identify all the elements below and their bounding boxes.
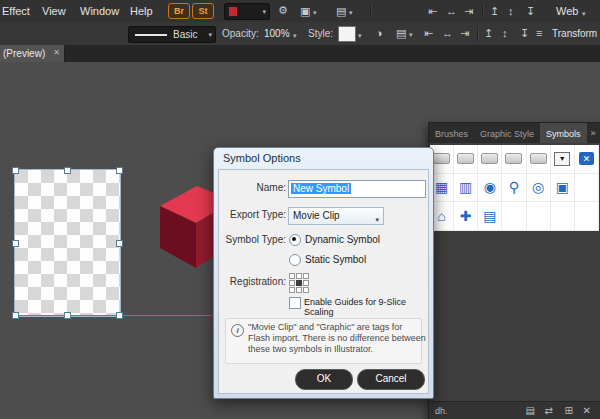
align-left-icon[interactable]: ⇤ xyxy=(424,27,433,39)
blank-button-icon xyxy=(457,153,474,164)
toolbar-divider xyxy=(370,3,372,18)
selection-handle[interactable] xyxy=(64,312,71,319)
new-symbol-icon[interactable]: ⊞ xyxy=(565,405,573,416)
workspace-switcher[interactable]: Web xyxy=(556,5,578,17)
web-button-blank-5[interactable] xyxy=(527,145,551,174)
close-icon[interactable]: ✕ xyxy=(53,48,60,57)
web-symbol-rss[interactable]: ◉ xyxy=(478,174,502,203)
color-wheel-icon[interactable]: ◑ xyxy=(376,27,383,39)
toolbar-divider xyxy=(482,3,484,18)
web-button-blank-3[interactable] xyxy=(478,145,502,174)
tab-symbols[interactable]: Symbols xyxy=(540,123,587,143)
menu-window[interactable]: Window xyxy=(80,5,119,17)
document-setup-icon[interactable]: ▣ xyxy=(300,5,310,17)
chevron-down-icon: ▾ xyxy=(313,7,317,19)
static-symbol-radio[interactable] xyxy=(289,254,301,266)
align-bottom-icon[interactable]: ↧ xyxy=(526,5,535,17)
arrange-documents-icon[interactable]: ▤ xyxy=(336,5,346,17)
add-favorite-icon: ✚ xyxy=(460,208,472,224)
search-icon: ⚲ xyxy=(509,179,519,195)
menu-bar: Effect View Window Help Br St ▾ ⚙ ▣ ▾ ▤ … xyxy=(0,0,600,23)
close-button-icon: ✕ xyxy=(579,152,594,165)
web-symbol-search[interactable]: ⚲ xyxy=(502,174,526,203)
web-button-dropdown[interactable]: ▼ xyxy=(551,145,575,174)
bridge-button[interactable]: Br xyxy=(168,3,190,19)
align-top-icon[interactable]: ↥ xyxy=(484,27,493,39)
align-right-icon[interactable]: ⇥ xyxy=(460,27,469,39)
menu-help[interactable]: Help xyxy=(130,5,153,17)
gear-icon[interactable]: ⚙ xyxy=(278,4,288,16)
selection-handle[interactable] xyxy=(12,312,19,319)
ok-button[interactable]: OK xyxy=(295,369,353,390)
panel-bottom-bar: dh. ▤ ⇄ ⊞ ✕ xyxy=(429,401,600,419)
export-type-dropdown[interactable]: Movie Clip ▾ xyxy=(288,207,384,225)
web-symbol-favorites[interactable]: ✚ xyxy=(454,202,478,231)
selection-handle[interactable] xyxy=(12,167,19,174)
chevron-down-icon: ▾ xyxy=(358,30,362,42)
dynamic-symbol-radio[interactable] xyxy=(289,234,301,246)
menu-effect[interactable]: Effect xyxy=(2,5,30,17)
selection-handle[interactable] xyxy=(116,167,123,174)
name-input[interactable]: New Symbol xyxy=(288,180,426,198)
document-options-icon[interactable]: ▤ xyxy=(396,27,406,39)
web-button-blank-4[interactable] xyxy=(502,145,526,174)
selection-handle[interactable] xyxy=(12,240,19,247)
menu-view[interactable]: View xyxy=(42,5,66,17)
tab-brushes[interactable]: Brushes xyxy=(429,123,474,143)
name-input-selected-text: New Symbol xyxy=(291,183,351,194)
selection-handle[interactable] xyxy=(116,240,123,247)
registration-label: Registration: xyxy=(221,276,286,287)
web-button-blank-2[interactable] xyxy=(454,145,478,174)
align-middle-icon[interactable]: ↕ xyxy=(502,27,508,39)
align-center-icon[interactable]: ↔ xyxy=(442,27,453,39)
swatch-dropdown[interactable]: ▾ xyxy=(224,3,270,20)
empty-cell xyxy=(575,174,599,203)
cart-icon: ▣ xyxy=(556,179,569,195)
symbol-libraries-menu-icon[interactable]: ▤ xyxy=(526,405,535,416)
align-left-icon[interactable]: ⇤ xyxy=(428,5,437,17)
selection-handle[interactable] xyxy=(116,312,123,319)
calendar-icon: ▦ xyxy=(435,179,448,195)
opacity-value[interactable]: 100% xyxy=(264,28,290,39)
name-label: Name: xyxy=(221,182,286,193)
align-bottom-icon[interactable]: ↧ xyxy=(520,27,529,39)
align-right-icon[interactable]: ⇥ xyxy=(464,5,473,17)
stock-button[interactable]: St xyxy=(192,3,214,19)
stroke-style-value: Basic xyxy=(173,29,197,40)
chevron-down-icon: ▾ xyxy=(349,7,353,19)
delete-symbol-icon[interactable]: ✕ xyxy=(583,405,591,416)
home-icon: ⌂ xyxy=(437,208,445,224)
blank-button-icon xyxy=(505,153,522,164)
transform-button[interactable]: Transform xyxy=(552,28,597,39)
distribute-icon[interactable]: ≡ xyxy=(536,27,542,39)
web-symbol-cart[interactable]: ▣ xyxy=(551,174,575,203)
web-symbol-chart[interactable]: ▥ xyxy=(454,174,478,203)
dropdown-button-icon: ▼ xyxy=(554,152,570,166)
break-link-icon[interactable]: ⇄ xyxy=(545,405,553,416)
document-tab[interactable]: (Preview) ✕ xyxy=(0,45,65,62)
align-top-icon[interactable]: ↥ xyxy=(490,5,499,17)
tab-graphic-style[interactable]: Graphic Style xyxy=(474,123,540,143)
registration-point-grid[interactable] xyxy=(289,273,309,293)
artboard-transparency-grid[interactable] xyxy=(15,170,120,316)
web-symbol-print[interactable]: ▤ xyxy=(478,202,502,231)
empty-cell xyxy=(575,202,599,231)
chevron-down-icon: ▾ xyxy=(375,212,379,228)
web-symbol-globe[interactable]: ◎ xyxy=(527,174,551,203)
dialog-body: Name: New Symbol Export Type: Movie Clip… xyxy=(218,169,429,394)
symbols-panel: Brushes Graphic Style Symbols » ≡ ▼ ✕ ▦ … xyxy=(428,122,600,419)
web-button-close[interactable]: ✕ xyxy=(575,145,599,174)
dynamic-symbol-radio-label: Dynamic Symbol xyxy=(305,234,380,245)
empty-cell xyxy=(527,202,551,231)
export-type-value: Movie Clip xyxy=(293,210,340,221)
rss-icon: ◉ xyxy=(484,179,496,195)
selection-handle[interactable] xyxy=(64,167,71,174)
align-center-icon[interactable]: ↔ xyxy=(446,5,457,17)
align-middle-icon[interactable]: ↕ xyxy=(508,5,514,17)
panel-overflow-icon[interactable]: » xyxy=(587,123,600,143)
nine-slice-checkbox[interactable] xyxy=(289,297,301,309)
stroke-style-dropdown[interactable]: Basic ▾ xyxy=(128,26,216,43)
cancel-button[interactable]: Cancel xyxy=(357,369,425,390)
symbol-type-label: Symbol Type: xyxy=(221,234,286,245)
style-swatch[interactable] xyxy=(338,26,356,42)
